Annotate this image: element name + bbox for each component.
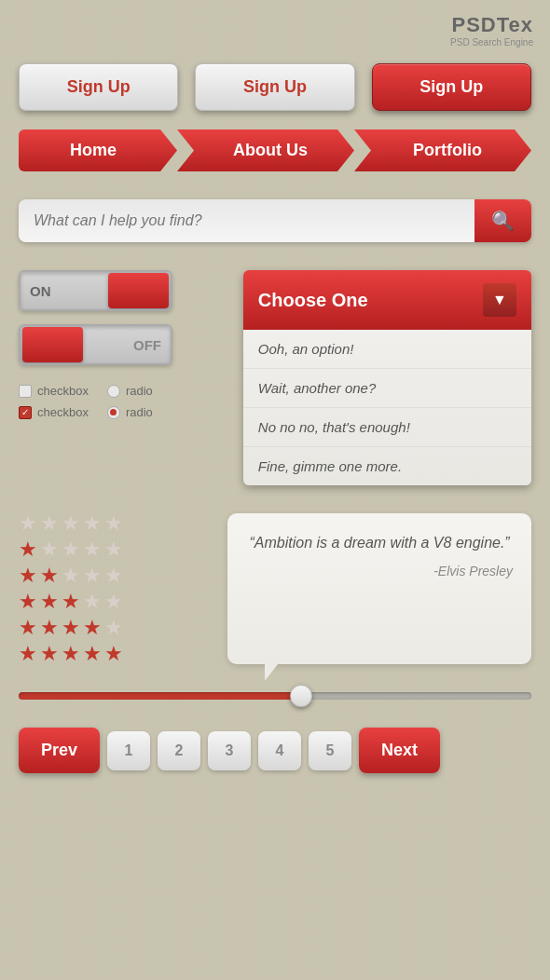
star-4-1: ★ <box>19 618 37 638</box>
radio-label-1: radio <box>126 384 153 398</box>
star-2-2: ★ <box>40 565 59 586</box>
slider-thumb[interactable] <box>290 685 312 707</box>
star-0-2: ★ <box>40 513 59 534</box>
signup-button-3[interactable]: Sign Up <box>372 63 531 111</box>
star-2-4: ★ <box>83 565 102 586</box>
page-button-2[interactable]: 2 <box>158 731 200 770</box>
dropdown-option-1[interactable]: Ooh, an option! <box>243 330 531 369</box>
star-0-4: ★ <box>83 513 102 534</box>
checkbox-item-1[interactable]: checkbox <box>19 384 89 398</box>
left-controls: ON OFF checkbox ✓ checkbox <box>19 270 225 485</box>
star-5-2: ★ <box>40 644 59 664</box>
checkbox-label-2: checkbox <box>37 405 89 419</box>
star-3-1: ★ <box>19 592 37 612</box>
star-1-5: ★ <box>104 539 123 560</box>
search-button[interactable]: 🔍 <box>474 199 531 242</box>
signup-button-1[interactable]: Sign Up <box>19 63 178 111</box>
star-2-1: ★ <box>19 565 37 586</box>
dropdown-option-4[interactable]: Fine, gimme one more. <box>243 447 531 485</box>
next-button[interactable]: Next <box>359 728 440 773</box>
star-4-2: ★ <box>40 618 59 638</box>
toggle-off-container: OFF <box>19 324 225 365</box>
stars-quote-section: ★ ★ ★ ★ ★ ★ ★ ★ ★ ★ ★ ★ ★ ★ ★ ★ ★ ★ ★ ★ <box>19 513 531 664</box>
star-row-0: ★ ★ ★ ★ ★ <box>19 513 209 534</box>
star-3-3: ★ <box>62 592 80 612</box>
toggle-on-container: ON <box>19 270 225 311</box>
star-2-3: ★ <box>62 565 80 586</box>
star-1-2: ★ <box>40 539 59 560</box>
quote-text: “Ambition is a dream with a V8 engine.” <box>246 532 513 554</box>
breadcrumb-portfolio[interactable]: Portfolio <box>354 129 531 171</box>
dropdown-arrow-icon[interactable]: ▼ <box>483 283 516 317</box>
toggle-off-thumb <box>22 327 83 362</box>
star-1-3: ★ <box>62 539 80 560</box>
watermark-subtitle: PSD Search Engine <box>450 37 533 48</box>
star-2-5: ★ <box>104 565 123 586</box>
prev-button[interactable]: Prev <box>19 728 100 773</box>
toggle-off-switch[interactable]: OFF <box>19 324 172 365</box>
radio-dot-2 <box>110 409 117 415</box>
checkbox-box-1 <box>19 385 32 398</box>
checkbox-box-2: ✓ <box>19 406 32 419</box>
radio-item-2[interactable]: radio <box>107 405 153 419</box>
radio-circle-1 <box>107 385 120 398</box>
dropdown-header-text: Choose One <box>258 290 483 311</box>
star-3-5: ★ <box>104 592 123 612</box>
page-button-5[interactable]: 5 <box>309 731 351 770</box>
star-4-4: ★ <box>83 618 102 638</box>
star-5-3: ★ <box>62 644 80 664</box>
star-0-3: ★ <box>62 513 80 534</box>
checkbox-item-2[interactable]: ✓ checkbox <box>19 405 89 419</box>
quote-author: -Elvis Presley <box>246 564 513 578</box>
star-4-3: ★ <box>62 618 80 638</box>
search-bar: 🔍 <box>19 199 531 242</box>
breadcrumb-nav: Home About Us Portfolio <box>19 129 531 171</box>
watermark-title: PSDTex <box>450 13 533 37</box>
form-controls: checkbox ✓ checkbox radio radio <box>19 384 225 419</box>
radio-group: radio radio <box>107 384 153 419</box>
star-row-5: ★ ★ ★ ★ ★ <box>19 644 209 664</box>
radio-label-2: radio <box>126 405 153 419</box>
search-icon: 🔍 <box>491 211 515 231</box>
star-5-5: ★ <box>104 644 123 664</box>
watermark: PSDTex PSD Search Engine <box>450 13 533 48</box>
signup-button-2[interactable]: Sign Up <box>195 63 354 111</box>
dropdown-option-3[interactable]: No no no, that's enough! <box>243 408 531 447</box>
checkbox-label-1: checkbox <box>37 384 89 398</box>
toggle-on-switch[interactable]: ON <box>19 270 172 311</box>
star-row-1: ★ ★ ★ ★ ★ <box>19 539 209 560</box>
toggle-on-thumb <box>108 273 169 308</box>
buttons-row: Sign Up Sign Up Sign Up <box>19 63 531 111</box>
radio-item-1[interactable]: radio <box>107 384 153 398</box>
dropdown-option-2[interactable]: Wait, another one? <box>243 369 531 408</box>
star-0-5: ★ <box>104 513 123 534</box>
slider-section <box>19 692 531 700</box>
stars-column: ★ ★ ★ ★ ★ ★ ★ ★ ★ ★ ★ ★ ★ ★ ★ ★ ★ ★ ★ ★ <box>19 513 209 664</box>
dropdown-header[interactable]: Choose One ▼ <box>243 270 531 330</box>
quote-box: “Ambition is a dream with a V8 engine.” … <box>227 513 531 664</box>
middle-section: ON OFF checkbox ✓ checkbox <box>19 270 531 485</box>
star-3-2: ★ <box>40 592 59 612</box>
star-0-1: ★ <box>19 513 37 534</box>
star-3-4: ★ <box>83 592 102 612</box>
toggle-on-label: ON <box>30 283 51 299</box>
breadcrumb-home[interactable]: Home <box>19 129 177 171</box>
dropdown-container: Choose One ▼ Ooh, an option! Wait, anoth… <box>243 270 531 485</box>
star-1-4: ★ <box>83 539 102 560</box>
pagination: Prev 1 2 3 4 5 Next <box>19 728 531 773</box>
star-4-5: ★ <box>104 618 123 638</box>
page-button-4[interactable]: 4 <box>258 731 301 770</box>
breadcrumb-about[interactable]: About Us <box>177 129 354 171</box>
dropdown-options: Ooh, an option! Wait, another one? No no… <box>243 330 531 485</box>
star-5-4: ★ <box>83 644 102 664</box>
radio-circle-2 <box>107 406 120 419</box>
star-5-1: ★ <box>19 644 37 664</box>
toggle-off-label: OFF <box>133 337 161 353</box>
page-button-3[interactable]: 3 <box>208 731 251 770</box>
star-row-2: ★ ★ ★ ★ ★ <box>19 565 209 586</box>
slider-track <box>19 692 531 700</box>
star-row-3: ★ ★ ★ ★ ★ <box>19 592 209 612</box>
search-input[interactable] <box>19 199 474 242</box>
page-button-1[interactable]: 1 <box>107 731 150 770</box>
star-row-4: ★ ★ ★ ★ ★ <box>19 618 209 638</box>
